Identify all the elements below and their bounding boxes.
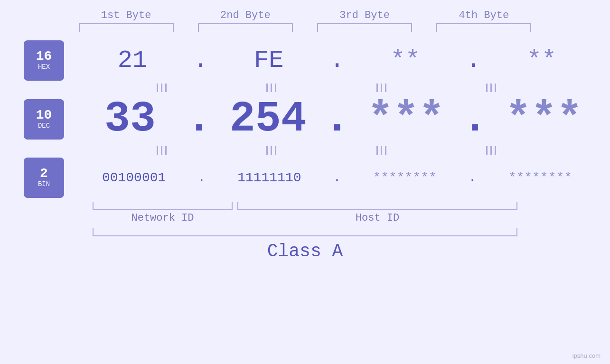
bracket-3 xyxy=(317,23,412,32)
network-bracket xyxy=(93,202,233,210)
bin-dot3: . xyxy=(469,170,477,185)
hex-byte4: ** xyxy=(494,47,589,75)
dec-values: 33 . 254 . *** . *** xyxy=(64,95,610,143)
bottom-brackets xyxy=(93,202,517,210)
dec-badge-label: DEC xyxy=(38,122,50,130)
dec-row: 10 DEC 33 . 254 . *** . *** xyxy=(0,95,610,143)
bracket-4 xyxy=(436,23,531,32)
separator-1 xyxy=(0,81,610,95)
outer-bracket xyxy=(93,228,517,236)
dec-byte1: 33 xyxy=(83,95,178,143)
sep2-b2 xyxy=(224,146,319,155)
sep2-b3 xyxy=(334,146,429,155)
watermark: ipshu.com xyxy=(572,352,601,359)
sep1-b1 xyxy=(114,84,209,92)
sep1-b2 xyxy=(224,84,319,92)
dec-dot2: . xyxy=(324,95,350,143)
sep1-b3 xyxy=(334,84,429,92)
bin-badge-label: BIN xyxy=(38,180,50,188)
hex-badge: 16 HEX xyxy=(24,40,64,81)
bin-dot2: . xyxy=(333,170,341,185)
dec-byte3: *** xyxy=(358,95,453,143)
hex-byte2: FE xyxy=(221,47,316,75)
bin-byte2: 11111110 xyxy=(222,170,317,185)
dec-badge: 10 DEC xyxy=(24,99,64,140)
hex-byte1: 21 xyxy=(85,47,180,75)
bin-dot1: . xyxy=(197,170,206,185)
network-id-label: Network ID xyxy=(93,212,233,224)
hex-row: 16 HEX 21 . FE . ** . ** xyxy=(0,40,610,81)
sep2-b1 xyxy=(114,146,209,155)
dec-byte2: 254 xyxy=(221,95,316,143)
sep2-b4 xyxy=(443,146,538,155)
bin-byte4: ******** xyxy=(493,170,588,185)
bracket-1 xyxy=(79,23,174,32)
hex-byte3: ** xyxy=(358,47,453,75)
main-container: 1st Byte 2nd Byte 3rd Byte 4th Byte 16 H… xyxy=(0,0,610,364)
bin-byte3: ******** xyxy=(357,170,452,185)
sep1-b4 xyxy=(443,84,538,92)
bin-byte1: 00100001 xyxy=(86,170,181,185)
hex-badge-number: 16 xyxy=(36,50,52,63)
dec-badge-number: 10 xyxy=(36,109,52,122)
hex-badge-label: HEX xyxy=(38,63,50,71)
bin-badge: 2 BIN xyxy=(24,158,64,198)
hex-dot2: . xyxy=(329,47,344,75)
byte2-header: 2nd Byte xyxy=(198,9,293,21)
bin-badge-number: 2 xyxy=(40,167,48,180)
hex-values: 21 . FE . ** . ** xyxy=(64,47,610,75)
bottom-section: Network ID Host ID xyxy=(0,202,610,224)
bin-values: 00100001 . 11111110 . ******** . *******… xyxy=(64,170,610,185)
dec-byte4: *** xyxy=(497,95,591,143)
dec-dot1: . xyxy=(186,95,212,143)
byte4-header: 4th Byte xyxy=(436,9,531,21)
bottom-labels: Network ID Host ID xyxy=(93,212,517,224)
bin-row: 2 BIN 00100001 . 11111110 . ******** . *… xyxy=(0,158,610,198)
byte3-header: 3rd Byte xyxy=(317,9,412,21)
dec-dot3: . xyxy=(462,95,488,143)
hex-dot3: . xyxy=(466,47,481,75)
byte-headers: 1st Byte 2nd Byte 3rd Byte 4th Byte xyxy=(0,9,610,21)
bracket-2 xyxy=(198,23,293,32)
top-brackets xyxy=(0,23,610,32)
separator-2 xyxy=(0,143,610,158)
host-bracket xyxy=(237,202,517,210)
byte1-header: 1st Byte xyxy=(79,9,174,21)
host-id-label: Host ID xyxy=(237,212,517,224)
hex-dot1: . xyxy=(193,47,208,75)
class-label: Class A xyxy=(267,241,343,261)
